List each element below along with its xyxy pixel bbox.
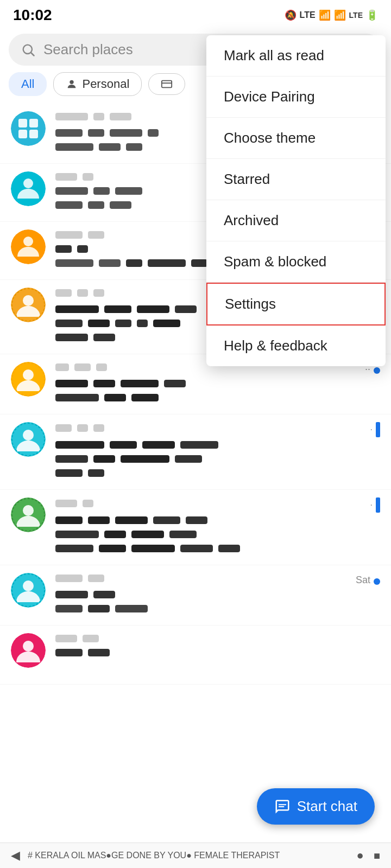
menu-item-device-pairing[interactable]: Device Pairing — [206, 76, 386, 118]
menu-item-choose-theme[interactable]: Choose theme — [206, 118, 386, 159]
dropdown-menu: Mark all as read Device Pairing Choose t… — [206, 35, 386, 366]
menu-item-archived[interactable]: Archived — [206, 200, 386, 241]
dropdown-overlay: Mark all as read Device Pairing Choose t… — [0, 0, 391, 868]
menu-item-starred[interactable]: Starred — [206, 159, 386, 200]
menu-item-spam-blocked[interactable]: Spam & blocked — [206, 241, 386, 283]
menu-item-help-feedback[interactable]: Help & feedback — [206, 326, 386, 366]
menu-item-mark-all-read[interactable]: Mark all as read — [206, 35, 386, 76]
menu-item-settings[interactable]: Settings — [206, 283, 386, 326]
